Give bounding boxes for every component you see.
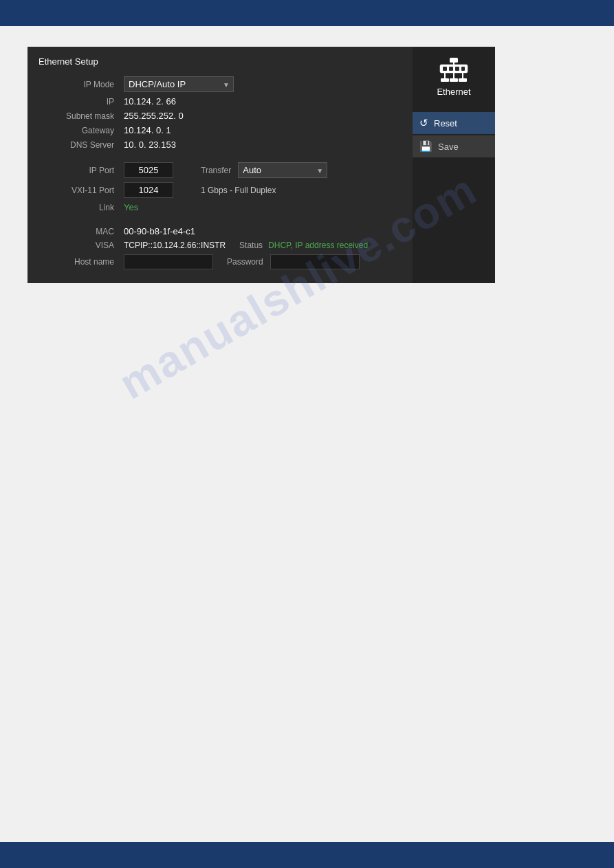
mac-value: 00-90-b8-1f-e4-c1 bbox=[124, 226, 195, 236]
status-value: DHCP, IP address received bbox=[268, 241, 368, 250]
ethernet-icon bbox=[433, 55, 474, 82]
svg-rect-6 bbox=[450, 58, 458, 63]
visa-value: TCPIP::10.124.2.66::INSTR bbox=[124, 241, 226, 250]
svg-rect-10 bbox=[441, 78, 449, 82]
ethernet-panel: Ethernet Setup IP Mode DHCP/Auto IP IP 1… bbox=[28, 47, 413, 283]
visa-row: VISA TCPIP::10.124.2.66::INSTR Status DH… bbox=[39, 241, 402, 250]
subnet-row: Subnet mask 255.255.252. 0 bbox=[39, 111, 402, 121]
ip-mode-label: IP Mode bbox=[39, 80, 114, 89]
vxi-port-label: VXI-11 Port bbox=[39, 186, 114, 195]
ip-mode-select-wrapper[interactable]: DHCP/Auto IP bbox=[124, 76, 234, 92]
mac-label: MAC bbox=[39, 227, 114, 236]
ip-row: IP 10.124. 2. 66 bbox=[39, 96, 402, 107]
transfer-label: Transfer bbox=[201, 166, 231, 175]
ip-mode-select[interactable]: DHCP/Auto IP bbox=[124, 76, 234, 92]
svg-rect-11 bbox=[450, 78, 458, 82]
hostname-label: Host name bbox=[39, 257, 114, 267]
transfer-select-wrapper[interactable]: Auto bbox=[238, 162, 327, 178]
dns-row: DNS Server 10. 0. 23.153 bbox=[39, 140, 402, 150]
subnet-value: 255.255.252. 0 bbox=[124, 111, 184, 121]
ip-port-label: IP Port bbox=[39, 166, 114, 175]
save-icon: 💾 bbox=[419, 140, 432, 153]
password-label: Password bbox=[227, 257, 263, 267]
mac-row: MAC 00-90-b8-1f-e4-c1 bbox=[39, 226, 402, 236]
save-label: Save bbox=[438, 142, 459, 152]
sidebar: Ethernet ↺ Reset 💾 Save bbox=[413, 47, 495, 283]
vxi-port-row: VXI-11 Port 1 Gbps - Full Duplex bbox=[39, 182, 402, 198]
link-row: Link Yes bbox=[39, 202, 402, 212]
reset-icon: ↺ bbox=[419, 117, 428, 129]
hostname-row: Host name Password bbox=[39, 254, 402, 269]
password-input[interactable] bbox=[270, 254, 360, 269]
gateway-value: 10.124. 0. 1 bbox=[124, 125, 171, 135]
sidebar-ethernet-label: Ethernet bbox=[437, 87, 470, 97]
top-bar bbox=[0, 0, 614, 26]
reset-button[interactable]: ↺ Reset bbox=[413, 112, 495, 134]
transfer-section: Transfer Auto bbox=[201, 162, 402, 178]
svg-rect-3 bbox=[455, 67, 459, 71]
subnet-label: Subnet mask bbox=[39, 111, 114, 121]
ip-port-row: IP Port Transfer Auto bbox=[39, 162, 402, 178]
visa-label: VISA bbox=[39, 241, 114, 250]
link-value: Yes bbox=[124, 202, 138, 212]
main-content: Ethernet Setup IP Mode DHCP/Auto IP IP 1… bbox=[0, 26, 614, 304]
transfer-select[interactable]: Auto bbox=[238, 162, 327, 178]
link-label: Link bbox=[39, 203, 114, 212]
dns-value: 10. 0. 23.153 bbox=[124, 140, 176, 150]
ip-value: 10.124. 2. 66 bbox=[124, 96, 176, 107]
ip-mode-row: IP Mode DHCP/Auto IP bbox=[39, 76, 402, 92]
status-label: Status bbox=[239, 241, 263, 250]
panel-title: Ethernet Setup bbox=[39, 56, 402, 67]
duplex-value: 1 Gbps - Full Duplex bbox=[201, 186, 276, 195]
ip-label: IP bbox=[39, 97, 114, 107]
svg-rect-4 bbox=[461, 67, 465, 71]
gateway-row: Gateway 10.124. 0. 1 bbox=[39, 125, 402, 135]
svg-rect-1 bbox=[443, 67, 447, 71]
bottom-bar bbox=[0, 842, 614, 868]
ip-port-input[interactable] bbox=[124, 162, 173, 178]
svg-rect-2 bbox=[449, 67, 453, 71]
hostname-input[interactable] bbox=[124, 254, 213, 269]
reset-label: Reset bbox=[434, 118, 457, 129]
vxi-port-input[interactable] bbox=[124, 182, 173, 198]
sidebar-icon-area: Ethernet bbox=[433, 55, 474, 107]
dns-label: DNS Server bbox=[39, 140, 114, 150]
save-button[interactable]: 💾 Save bbox=[413, 135, 495, 157]
gateway-label: Gateway bbox=[39, 126, 114, 135]
svg-rect-12 bbox=[459, 78, 467, 82]
